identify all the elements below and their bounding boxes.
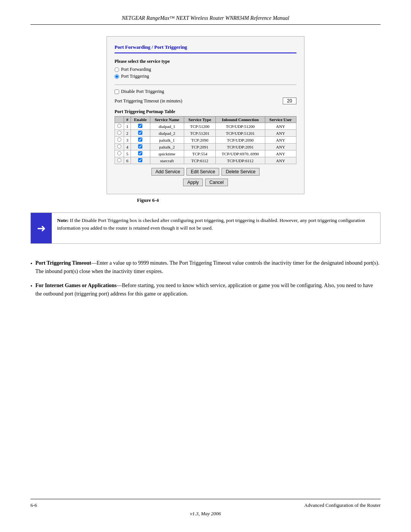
note-arrow-column: ➜ [31, 213, 52, 243]
footer-version: v1.3, May 2006 [30, 511, 381, 517]
radio-forwarding-label: Port Forwarding [121, 67, 151, 72]
row-service-name: dialpad_1 [150, 123, 184, 130]
col-inbound: Inbound Connection [216, 117, 265, 123]
row-inbound: TCP/UDP:2091 [216, 144, 265, 150]
add-service-button[interactable]: Add Service [151, 168, 185, 176]
col-radio [115, 117, 124, 123]
cancel-button[interactable]: Cancel [205, 179, 228, 186]
row-num: 1 [124, 123, 131, 130]
row-service-user: ANY [265, 130, 296, 137]
row-service-user: ANY [265, 137, 296, 144]
bullet-section: • Port Triggering Timeout—Enter a value … [30, 259, 381, 304]
divider-1 [115, 85, 296, 85]
row-service-name: quicktime [150, 150, 184, 157]
row-service-type: TCP:2090 [184, 137, 215, 144]
service-type-section: Please select the service type Port Forw… [115, 59, 296, 79]
row-enable-checkbox[interactable] [138, 137, 142, 142]
bullet-item-2: • For Internet Games or Applications—Bef… [30, 281, 381, 299]
row-radio-input[interactable] [117, 137, 121, 142]
row-radio-input[interactable] [117, 144, 121, 149]
row-radio-cell [115, 157, 124, 164]
row-service-user: ANY [265, 157, 296, 164]
row-enable-cell [131, 130, 150, 137]
table-row: 5quicktimeTCP:554TCP/UDP:6970..6990ANY [115, 150, 296, 157]
row-radio-input[interactable] [117, 131, 121, 135]
table-row: 6starcraftTCP:6112TCP/UDP:6112ANY [115, 157, 296, 164]
service-type-label: Please select the service type [115, 59, 296, 64]
row-service-type: TCP:51200 [184, 123, 215, 130]
row-inbound: TCP/UDP:6112 [216, 157, 265, 164]
col-enable: Enable [131, 117, 150, 123]
page-header: NETGEAR RangeMax™ NEXT Wireless Router W… [30, 15, 381, 25]
page-footer: 6-6 Advanced Configuration of the Router [30, 499, 381, 508]
disable-port-triggering-checkbox[interactable] [115, 89, 119, 94]
col-service-type: Service Type [184, 117, 215, 123]
row-service-type: TCP:554 [184, 150, 215, 157]
row-service-name: starcraft [150, 157, 184, 164]
radio-triggering-label: Port Triggering [121, 73, 149, 79]
row-radio-cell [115, 144, 124, 150]
row-enable-checkbox[interactable] [138, 151, 142, 155]
note-text: Note: If the Disable Port Triggering box… [52, 213, 380, 235]
timeout-label: Port Triggering Timeout (in minutes) [115, 98, 182, 104]
row-radio-input[interactable] [117, 124, 121, 128]
note-content: Note: If the Disable Port Triggering box… [57, 217, 365, 231]
row-num: 2 [124, 130, 131, 137]
bullet-bold-1: Port Triggering Timeout [35, 260, 91, 266]
bullet-text-1: Port Triggering Timeout—Enter a value up… [35, 259, 381, 276]
disable-label: Disable Port Triggering [121, 89, 164, 94]
row-radio-cell [115, 123, 124, 130]
radio-port-triggering[interactable] [115, 74, 119, 79]
row-enable-checkbox[interactable] [138, 158, 142, 162]
row-enable-checkbox[interactable] [138, 131, 142, 135]
row-enable-cell [131, 150, 150, 157]
timeout-input[interactable] [283, 97, 296, 104]
row-enable-cell [131, 137, 150, 144]
screenshot-panel: Port Forwarding / Port Triggering Please… [107, 36, 304, 194]
row-radio-input[interactable] [117, 151, 121, 155]
row-num: 6 [124, 157, 131, 164]
row-inbound: TCP/UDP:51200 [216, 123, 265, 130]
row-service-name: paltalk_1 [150, 137, 184, 144]
bullet-bold-2: For Internet Games or Applications [35, 283, 116, 288]
row-radio-cell [115, 137, 124, 144]
row-radio-cell [115, 150, 124, 157]
timeout-section: Port Triggering Timeout (in minutes) [115, 97, 296, 104]
table-row: 2dialpad_2TCP:51201TCP/UDP:51201ANY [115, 130, 296, 137]
col-service-name: Service Name [150, 117, 184, 123]
delete-service-button[interactable]: Delete Service [221, 168, 260, 176]
row-radio-input[interactable] [117, 158, 121, 162]
row-enable-cell [131, 144, 150, 150]
row-enable-checkbox[interactable] [138, 124, 142, 128]
col-num: # [124, 117, 131, 123]
note-box: ➜ Note: If the Disable Port Triggering b… [30, 212, 381, 244]
bullet-item-1: • Port Triggering Timeout—Enter a value … [30, 259, 381, 276]
row-inbound: TCP/UDP:6970..6990 [216, 150, 265, 157]
row-service-type: TCP:2091 [184, 144, 215, 150]
footer-right-text: Advanced Configuration of the Router [304, 502, 381, 508]
row-enable-checkbox[interactable] [138, 144, 142, 149]
col-user: Service User [265, 117, 296, 123]
row-num: 3 [124, 137, 131, 144]
row-service-type: TCP:6112 [184, 157, 215, 164]
row-service-name: paltalk_2 [150, 144, 184, 150]
header-title: NETGEAR RangeMax™ NEXT Wireless Router W… [122, 15, 290, 21]
radio-forwarding-option: Port Forwarding [115, 67, 296, 72]
disable-port-triggering-section: Disable Port Triggering [115, 89, 296, 94]
radio-triggering-option: Port Triggering [115, 73, 296, 79]
figure-caption: Figure 6-4 [137, 197, 159, 203]
radio-port-forwarding[interactable] [115, 67, 119, 72]
bullet-dot-2: • [30, 282, 32, 291]
edit-service-button[interactable]: Edit Service [186, 168, 219, 176]
note-bold: Note: [57, 217, 68, 223]
apply-button[interactable]: Apply [183, 179, 203, 186]
row-enable-cell [131, 157, 150, 164]
row-service-type: TCP:51201 [184, 130, 215, 137]
table-section-label: Port Triggering Portmap Table [115, 109, 296, 115]
row-service-user: ANY [265, 150, 296, 157]
table-row: 4paltalk_2TCP:2091TCP/UDP:2091ANY [115, 144, 296, 150]
bullet-text-2: For Internet Games or Applications—Befor… [35, 281, 381, 299]
port-triggering-table: # Enable Service Name Service Type Inbou… [115, 116, 296, 164]
note-arrow-icon: ➜ [37, 222, 46, 235]
panel-title: Port Forwarding / Port Triggering [115, 44, 296, 53]
